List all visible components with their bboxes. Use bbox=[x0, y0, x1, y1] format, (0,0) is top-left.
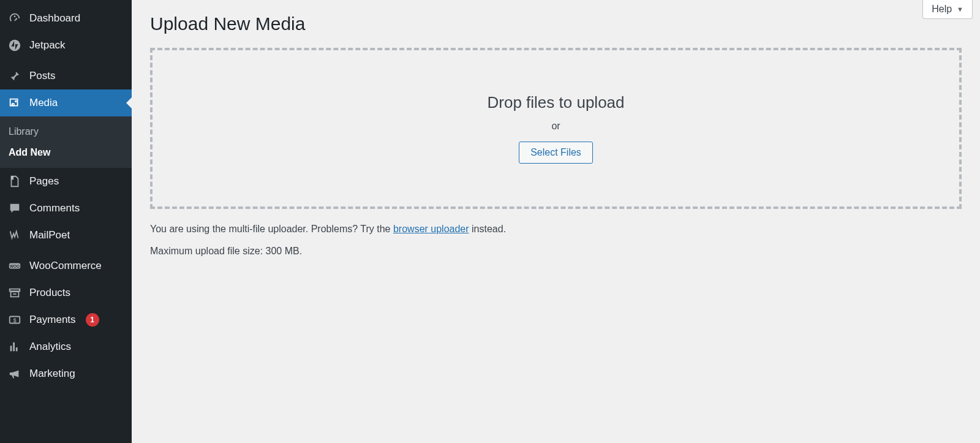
sidebar-item-pages[interactable]: Pages bbox=[0, 168, 132, 195]
submenu-item-library[interactable]: Library bbox=[0, 121, 132, 142]
sidebar-item-analytics[interactable]: Analytics bbox=[0, 333, 132, 360]
max-upload-size: Maximum upload file size: 300 MB. bbox=[150, 246, 962, 257]
sidebar-item-media[interactable]: Media bbox=[0, 89, 132, 116]
sidebar-item-marketing[interactable]: Marketing bbox=[0, 360, 132, 387]
sidebar-item-label: Marketing bbox=[29, 368, 75, 380]
sidebar-item-products[interactable]: Products bbox=[0, 279, 132, 306]
sidebar-item-label: Comments bbox=[29, 202, 80, 214]
sidebar-item-label: Payments bbox=[29, 314, 76, 326]
svg-text:WOO: WOO bbox=[10, 264, 20, 268]
sidebar-item-posts[interactable]: Posts bbox=[0, 62, 132, 89]
help-tab[interactable]: Help ▼ bbox=[922, 0, 973, 19]
browser-uploader-link[interactable]: browser uploader bbox=[393, 224, 469, 234]
mailpoet-icon bbox=[7, 228, 22, 243]
sidebar-item-comments[interactable]: Comments bbox=[0, 195, 132, 222]
analytics-icon bbox=[7, 339, 22, 354]
chevron-down-icon: ▼ bbox=[957, 6, 963, 13]
help-label: Help bbox=[932, 4, 952, 15]
sidebar-item-label: MailPoet bbox=[29, 229, 70, 241]
comment-icon bbox=[7, 201, 22, 216]
sidebar-item-payments[interactable]: $ Payments 1 bbox=[0, 306, 132, 333]
pin-icon bbox=[7, 69, 22, 83]
sidebar-item-label: Posts bbox=[29, 70, 56, 82]
submenu-item-add-new[interactable]: Add New bbox=[0, 142, 132, 163]
select-files-button[interactable]: Select Files bbox=[519, 142, 593, 164]
sidebar-item-label: Dashboard bbox=[29, 12, 80, 25]
sidebar-item-mailpoet[interactable]: MailPoet bbox=[0, 222, 132, 249]
sidebar-item-label: Jetpack bbox=[29, 39, 66, 51]
sidebar-item-label: Media bbox=[29, 97, 58, 109]
media-submenu: Library Add New bbox=[0, 116, 132, 168]
sidebar-item-label: Analytics bbox=[29, 341, 71, 353]
dropzone-instruction: Drop files to upload bbox=[165, 93, 947, 112]
page-icon bbox=[7, 174, 22, 189]
sidebar-item-label: Products bbox=[29, 287, 70, 299]
gauge-icon bbox=[7, 11, 22, 26]
sidebar-item-dashboard[interactable]: Dashboard bbox=[0, 5, 132, 32]
uploader-info-suffix: instead. bbox=[469, 224, 506, 234]
jetpack-icon bbox=[7, 38, 22, 53]
media-icon bbox=[7, 96, 22, 110]
page-title: Upload New Media bbox=[150, 0, 962, 48]
upload-dropzone[interactable]: Drop files to upload or Select Files bbox=[150, 48, 962, 209]
admin-sidebar: Dashboard Jetpack Posts Media Library Ad… bbox=[0, 0, 132, 443]
svg-point-0 bbox=[9, 40, 20, 51]
sidebar-item-woocommerce[interactable]: WOO WooCommerce bbox=[0, 252, 132, 279]
dropzone-or: or bbox=[165, 121, 947, 132]
svg-point-1 bbox=[15, 100, 17, 102]
woo-icon: WOO bbox=[7, 259, 22, 273]
uploader-info-prefix: You are using the multi-file uploader. P… bbox=[150, 224, 393, 234]
sidebar-item-label: WooCommerce bbox=[29, 260, 102, 272]
uploader-info: You are using the multi-file uploader. P… bbox=[150, 224, 962, 235]
svg-text:$: $ bbox=[13, 317, 16, 324]
sidebar-item-label: Pages bbox=[29, 175, 59, 187]
archive-icon bbox=[7, 286, 22, 300]
sidebar-item-jetpack[interactable]: Jetpack bbox=[0, 32, 132, 59]
payments-icon: $ bbox=[7, 312, 22, 327]
payments-badge: 1 bbox=[86, 313, 99, 327]
megaphone-icon bbox=[7, 366, 22, 381]
main-content: Help ▼ Upload New Media Drop files to up… bbox=[132, 0, 980, 443]
